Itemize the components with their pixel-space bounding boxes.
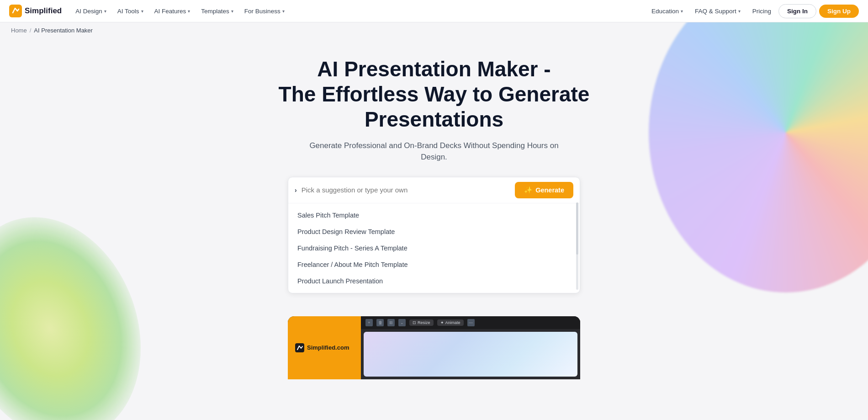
nav-ai-features[interactable]: AI Features ▾: [150, 5, 195, 17]
search-container: › ✨ Generate Sales Pitch Template Produc…: [288, 177, 580, 293]
toolbar-add-icon[interactable]: +: [365, 319, 373, 326]
toolbar-delete-icon[interactable]: 🗑: [376, 319, 384, 326]
signup-button[interactable]: Sign Up: [819, 5, 859, 18]
logo-link[interactable]: Simplified: [9, 5, 62, 17]
nav-right: Education ▾ FAQ & Support ▾ Pricing Sign…: [647, 4, 859, 18]
chevron-down-icon: ▾: [231, 9, 233, 14]
suggestion-item[interactable]: Sales Pitch Template: [288, 207, 580, 223]
toolbar-grid-icon[interactable]: ⊞: [387, 319, 395, 326]
search-box: › ✨ Generate Sales Pitch Template Produc…: [288, 177, 580, 293]
search-input[interactable]: [302, 186, 510, 194]
preview-right-panel: + 🗑 ⊞ ⌄ ⊡ Resize ✦ Animate —: [361, 316, 580, 379]
nav-faq-support[interactable]: FAQ & Support ▾: [690, 5, 745, 17]
toolbar-more-icon[interactable]: —: [467, 319, 475, 326]
preview-logo-icon: [295, 343, 304, 352]
suggestion-item[interactable]: Product Launch Presentation: [288, 273, 580, 289]
suggestion-item[interactable]: Freelancer / About Me Pitch Template: [288, 256, 580, 273]
preview-logo-area: Simplified.com: [295, 343, 354, 352]
nav-templates[interactable]: Templates ▾: [196, 5, 238, 17]
chevron-down-icon: ▾: [141, 9, 143, 14]
breadcrumb: Home / AI Presentation Maker: [0, 22, 868, 38]
scrollbar-thumb: [576, 202, 578, 255]
svg-rect-0: [9, 5, 22, 17]
nav-for-business[interactable]: For Business ▾: [240, 5, 289, 17]
suggestion-item[interactable]: Fundraising Pitch - Series A Template: [288, 240, 580, 256]
signin-button[interactable]: Sign In: [778, 4, 816, 18]
logo-text: Simplified: [25, 6, 62, 16]
toolbar-dropdown-icon[interactable]: ⌄: [398, 319, 406, 326]
preview-logo-text: Simplified.com: [307, 344, 349, 351]
hero-title: AI Presentation Maker - The Effortless W…: [279, 57, 590, 133]
breadcrumb-separator: /: [30, 27, 32, 34]
hero-section: AI Presentation Maker - The Effortless W…: [0, 38, 868, 293]
chevron-down-icon: ▾: [104, 9, 106, 14]
search-input-row: › ✨ Generate: [288, 177, 580, 203]
animate-icon: ✦: [440, 320, 444, 325]
nav-pricing[interactable]: Pricing: [748, 5, 776, 17]
hero-subtitle: Generate Professional and On-Brand Decks…: [302, 140, 566, 163]
magic-wand-icon: ✨: [524, 186, 533, 194]
nav-ai-tools[interactable]: AI Tools ▾: [113, 5, 148, 17]
toolbar-resize-button[interactable]: ⊡ Resize: [409, 319, 434, 326]
chevron-down-icon: ▾: [282, 9, 285, 14]
suggestions-list: Sales Pitch Template Product Design Revi…: [288, 203, 580, 293]
preview-toolbar: + 🗑 ⊞ ⌄ ⊡ Resize ✦ Animate —: [361, 316, 580, 329]
preview-left-panel: Simplified.com: [288, 316, 361, 379]
toolbar-animate-button[interactable]: ✦ Animate: [437, 319, 464, 326]
preview-section: Simplified.com + 🗑 ⊞ ⌄ ⊡ Resize ✦ Animat…: [0, 316, 868, 379]
svg-rect-1: [295, 343, 304, 352]
suggestion-item[interactable]: Product Design Review Template: [288, 223, 580, 240]
expand-icon: ›: [295, 186, 297, 194]
preview-canvas: [364, 332, 577, 377]
chevron-down-icon: ▾: [681, 9, 683, 14]
chevron-down-icon: ▾: [188, 9, 190, 14]
chevron-down-icon: ▾: [738, 9, 741, 14]
breadcrumb-current: AI Presentation Maker: [34, 27, 93, 34]
nav-ai-design[interactable]: AI Design ▾: [71, 5, 111, 17]
resize-icon: ⊡: [413, 320, 416, 325]
generate-button[interactable]: ✨ Generate: [515, 182, 573, 198]
preview-card: Simplified.com + 🗑 ⊞ ⌄ ⊡ Resize ✦ Animat…: [288, 316, 580, 379]
navbar: Simplified AI Design ▾ AI Tools ▾ AI Fea…: [0, 0, 868, 22]
logo-icon: [9, 5, 22, 17]
breadcrumb-home-link[interactable]: Home: [11, 27, 27, 34]
nav-education[interactable]: Education ▾: [647, 5, 688, 17]
scrollbar[interactable]: [576, 202, 578, 290]
